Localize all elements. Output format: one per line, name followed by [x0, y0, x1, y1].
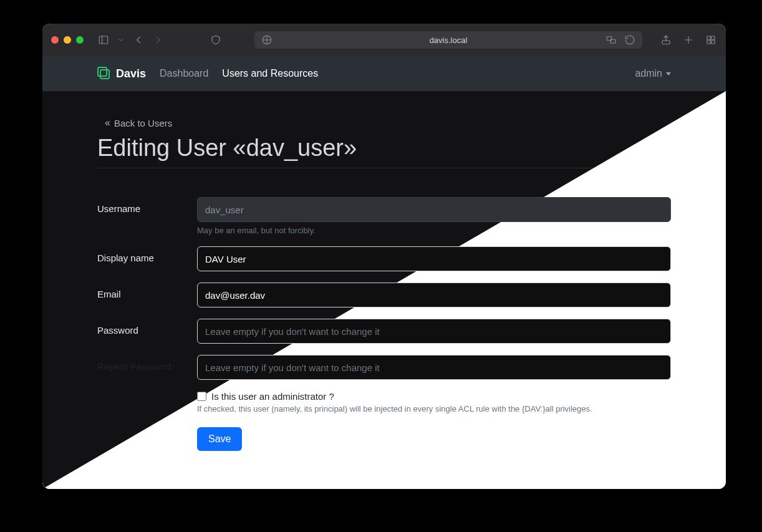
share-icon[interactable] [660, 34, 672, 46]
svg-rect-9 [707, 36, 710, 39]
label-username: Username [97, 197, 197, 214]
chevron-down-icon [666, 72, 671, 75]
password-input[interactable] [197, 319, 671, 344]
username-help: May be an email, but not forcibly. [197, 226, 671, 235]
brand-logo-icon [97, 67, 111, 80]
admin-checkbox-help: If checked, this user (namely, its princ… [197, 404, 671, 414]
label-email: Email [97, 283, 197, 299]
url-text: davis.local [430, 36, 468, 45]
admin-checkbox[interactable] [197, 392, 206, 401]
row-display-name: Display name [97, 246, 671, 271]
row-username: Username May be an email, but not forcib… [97, 197, 671, 235]
user-menu-label: admin [635, 68, 662, 79]
page-title: Editing User «dav_user» [97, 135, 671, 168]
edit-user-form: Username May be an email, but not forcib… [97, 197, 671, 451]
back-to-users-link[interactable]: « Back to Users [105, 117, 671, 128]
browser-titlebar: davis.local [42, 24, 726, 56]
window-minimize-icon[interactable] [64, 36, 71, 44]
site-settings-icon[interactable] [261, 34, 273, 46]
row-repeat-password: Repeat Password [97, 355, 671, 380]
label-display-name: Display name [97, 246, 197, 263]
sidebar-toggle-icon[interactable] [97, 34, 110, 46]
tab-overview-icon[interactable] [705, 34, 717, 46]
repeat-password-input[interactable] [197, 355, 671, 380]
window-close-icon[interactable] [51, 36, 59, 44]
nav-dashboard[interactable]: Dashboard [160, 68, 208, 79]
row-password: Password [97, 319, 671, 344]
save-button[interactable]: Save [197, 427, 242, 451]
nav-forward-icon [152, 34, 165, 46]
label-repeat-password: Repeat Password [97, 355, 197, 372]
svg-rect-12 [711, 41, 715, 44]
app-navbar: Davis Dashboard Users and Resources admi… [42, 56, 726, 91]
admin-checkbox-label[interactable]: Is this user an administrator ? [211, 391, 334, 402]
new-tab-icon[interactable] [682, 34, 695, 46]
user-menu[interactable]: admin [635, 68, 671, 79]
brand-name: Davis [116, 67, 146, 80]
email-input[interactable] [197, 283, 671, 307]
back-link-label: Back to Users [114, 118, 172, 128]
nav-back-icon[interactable] [132, 34, 145, 46]
address-bar[interactable]: davis.local [254, 31, 642, 49]
content-area: « Back to Users Editing User «dav_user» … [42, 91, 726, 489]
nav-users-resources[interactable]: Users and Resources [222, 68, 318, 79]
display-name-input[interactable] [197, 246, 671, 271]
window-controls [51, 36, 84, 44]
row-email: Email [97, 283, 671, 307]
chevron-down-icon[interactable] [117, 34, 125, 46]
chevron-left-icon: « [105, 117, 110, 128]
translate-icon[interactable] [605, 34, 617, 46]
window-zoom-icon[interactable] [76, 36, 84, 44]
shield-icon[interactable] [210, 34, 222, 46]
label-password: Password [97, 319, 197, 336]
username-input [197, 197, 671, 222]
svg-rect-0 [99, 36, 108, 44]
brand[interactable]: Davis [97, 67, 146, 80]
row-admin-checkbox: Is this user an administrator ? [197, 391, 671, 402]
svg-rect-10 [711, 36, 715, 39]
browser-window: davis.local [42, 24, 726, 489]
reload-icon[interactable] [624, 34, 636, 46]
svg-rect-11 [707, 41, 710, 44]
